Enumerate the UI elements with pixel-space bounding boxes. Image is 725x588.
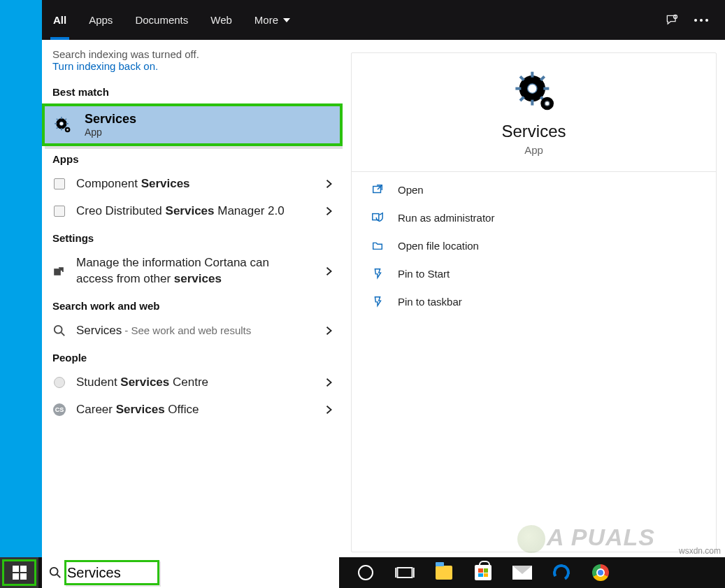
site-watermark: wsxdn.com bbox=[679, 546, 721, 556]
start-search-panel: All Apps Documents Web More Search index… bbox=[42, 0, 725, 557]
pin-icon bbox=[370, 266, 385, 281]
section-search-ww: Search work and web bbox=[42, 293, 343, 317]
svg-rect-15 bbox=[55, 269, 60, 275]
action-pin-taskbar[interactable]: Pin to taskbar bbox=[370, 294, 698, 309]
chevron-right-icon[interactable] bbox=[323, 324, 336, 337]
taskbar bbox=[0, 557, 725, 588]
link-icon bbox=[52, 264, 66, 278]
action-label: Open file location bbox=[398, 240, 479, 252]
action-label: Run as administrator bbox=[398, 212, 494, 224]
search-tab-bar: All Apps Documents Web More bbox=[42, 0, 725, 40]
tab-more[interactable]: More bbox=[243, 0, 302, 40]
tab-all-label: All bbox=[53, 14, 66, 26]
result-label: Creo Distributed Services Manager 2.0 bbox=[76, 203, 313, 220]
appuals-watermark: A PUALS bbox=[517, 524, 655, 553]
preview-title: Services bbox=[501, 122, 566, 141]
result-label: Services - See work and web results bbox=[76, 323, 313, 339]
section-apps: Apps bbox=[42, 146, 343, 171]
action-label: Pin to taskbar bbox=[398, 296, 462, 308]
services-gear-icon bbox=[52, 115, 72, 135]
settings-result-cortana-services[interactable]: Manage the information Cortana can acces… bbox=[42, 250, 343, 293]
taskbar-search-box[interactable] bbox=[42, 557, 339, 588]
windows-logo-icon bbox=[13, 566, 27, 580]
preview-card: Services App Open Run as administrator O… bbox=[351, 52, 717, 552]
indexing-notice: Search indexing was turned off. Turn ind… bbox=[42, 40, 343, 79]
action-label: Pin to Start bbox=[398, 268, 450, 280]
svg-rect-18 bbox=[398, 568, 412, 578]
taskbar-search-input[interactable] bbox=[67, 565, 332, 581]
taskbar-tray bbox=[339, 563, 725, 582]
tab-documents[interactable]: Documents bbox=[124, 0, 199, 40]
contact-icon bbox=[52, 375, 66, 389]
result-label: Manage the information Cortana can acces… bbox=[76, 255, 313, 287]
tab-documents-label: Documents bbox=[135, 14, 188, 26]
turn-indexing-on-link[interactable]: Turn indexing back on. bbox=[52, 60, 158, 72]
search-icon bbox=[49, 566, 62, 579]
results-column: Search indexing was turned off. Turn ind… bbox=[42, 40, 343, 557]
chevron-right-icon[interactable] bbox=[323, 403, 336, 416]
pin-icon bbox=[370, 294, 385, 309]
chevron-right-icon[interactable] bbox=[323, 376, 336, 389]
microsoft-store-icon[interactable] bbox=[473, 563, 493, 582]
action-run-admin[interactable]: Run as administrator bbox=[370, 210, 698, 225]
preview-subtitle: App bbox=[524, 144, 543, 156]
file-explorer-icon[interactable] bbox=[434, 563, 454, 582]
chrome-icon[interactable] bbox=[591, 563, 610, 582]
section-best-match: Best match bbox=[42, 79, 343, 103]
edge-icon[interactable] bbox=[552, 563, 571, 582]
svg-rect-17 bbox=[373, 214, 379, 220]
ww-result-services[interactable]: Services - See work and web results bbox=[42, 317, 343, 345]
feedback-icon[interactable] bbox=[665, 13, 679, 27]
action-open-location[interactable]: Open file location bbox=[370, 238, 698, 253]
section-settings: Settings bbox=[42, 225, 343, 250]
people-result-career-services[interactable]: CS Career Services Office bbox=[42, 396, 343, 424]
search-icon bbox=[52, 324, 66, 338]
tab-web[interactable]: Web bbox=[199, 0, 243, 40]
action-label: Open bbox=[398, 184, 424, 196]
app-result-creo-services[interactable]: Creo Distributed Services Manager 2.0 bbox=[42, 198, 343, 225]
indexing-off-msg: Search indexing was turned off. bbox=[52, 48, 332, 60]
best-match-title: Services bbox=[85, 112, 136, 127]
mail-icon[interactable] bbox=[512, 563, 532, 582]
result-label: Student Services Centre bbox=[76, 375, 313, 391]
caret-down-icon bbox=[282, 16, 291, 24]
result-label: Component Services bbox=[76, 176, 313, 192]
tab-apps-label: Apps bbox=[89, 14, 113, 26]
services-gear-icon bbox=[512, 70, 557, 115]
people-result-student-services[interactable]: Student Services Centre bbox=[42, 369, 343, 396]
cortana-icon[interactable] bbox=[356, 563, 375, 582]
tab-all[interactable]: All bbox=[42, 0, 78, 40]
best-match-subtitle: App bbox=[85, 127, 136, 138]
chevron-right-icon[interactable] bbox=[323, 265, 336, 278]
section-people: People bbox=[42, 345, 343, 369]
more-options-icon[interactable] bbox=[694, 19, 708, 22]
tab-more-label: More bbox=[254, 14, 278, 26]
action-pin-start[interactable]: Pin to Start bbox=[370, 266, 698, 281]
chevron-right-icon[interactable] bbox=[323, 205, 336, 217]
task-view-icon[interactable] bbox=[395, 563, 415, 582]
chevron-right-icon[interactable] bbox=[323, 178, 336, 190]
app-result-component-services[interactable]: Component Services bbox=[42, 171, 343, 198]
tab-web-label: Web bbox=[210, 14, 232, 26]
app-icon bbox=[52, 177, 66, 191]
preview-column: Services App Open Run as administrator O… bbox=[343, 40, 725, 557]
open-icon bbox=[370, 182, 385, 197]
tab-apps[interactable]: Apps bbox=[78, 0, 124, 40]
contact-badge-icon: CS bbox=[52, 403, 66, 417]
best-match-services[interactable]: Services App bbox=[42, 103, 343, 146]
app-icon bbox=[52, 204, 66, 218]
start-button[interactable] bbox=[0, 557, 38, 588]
action-open[interactable]: Open bbox=[370, 182, 698, 197]
shield-icon bbox=[370, 210, 385, 225]
result-label: Career Services Office bbox=[76, 402, 313, 418]
folder-icon bbox=[370, 238, 385, 253]
